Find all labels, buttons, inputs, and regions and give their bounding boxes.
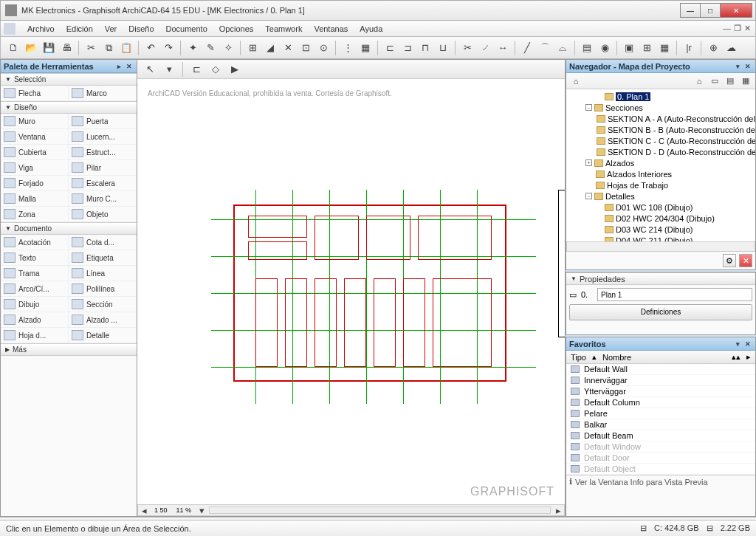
menu-edicion[interactable]: Edición: [61, 24, 99, 33]
line1-icon[interactable]: ╱: [519, 40, 535, 56]
nav-tab4-icon[interactable]: ▦: [739, 75, 752, 88]
tree-item[interactable]: SEKTION C - C (Auto-Reconstrucción del: [568, 135, 754, 146]
view3-icon[interactable]: ▦: [656, 40, 673, 56]
menu-diseno[interactable]: Diseño: [123, 24, 159, 33]
tool-marquee[interactable]: Marco: [69, 86, 137, 101]
favorite-item[interactable]: Default Wall: [566, 364, 755, 375]
tree-item[interactable]: D04 WC 211 (Dibujo): [568, 235, 754, 241]
doc-restore-icon[interactable]: ❐: [734, 24, 741, 33]
tool-section[interactable]: Sección: [69, 297, 137, 312]
ct-arrow-icon[interactable]: ↖: [142, 61, 158, 78]
zoom-level[interactable]: 11 %: [172, 506, 196, 514]
tool-curtain[interactable]: Muro C...: [69, 191, 137, 207]
ct-cursor-icon[interactable]: ▶: [227, 61, 243, 78]
render-icon[interactable]: ◉: [597, 40, 613, 56]
cut-icon[interactable]: ✂: [83, 40, 99, 56]
tool-worksheet[interactable]: Hoja d...: [1, 328, 69, 343]
toolbox-section-documento[interactable]: ▼Documento: [1, 222, 137, 235]
snap1-icon[interactable]: ⊞: [244, 40, 261, 56]
tool-label[interactable]: Etiqueta: [69, 250, 137, 266]
ct-poly-icon[interactable]: ◇: [207, 61, 224, 78]
tree-item[interactable]: SEKTION A - A (Auto-Reconstrucción del: [568, 113, 754, 124]
menu-ventanas[interactable]: Ventanas: [308, 24, 354, 33]
adjust-icon[interactable]: ↔: [495, 40, 511, 56]
view1-icon[interactable]: ▣: [621, 40, 637, 56]
ct-dropdown-icon[interactable]: ▾: [161, 61, 177, 78]
tree-expand-icon[interactable]: -: [585, 193, 592, 199]
scroll-thumb[interactable]: [209, 506, 551, 514]
favorite-item[interactable]: Ytterväggar: [566, 386, 755, 397]
menu-ayuda[interactable]: Ayuda: [354, 24, 388, 33]
tool-detail[interactable]: Detalle: [69, 328, 137, 343]
tool-int-elevation[interactable]: Alzado ...: [69, 312, 137, 328]
nav-settings-icon[interactable]: ⚙: [723, 254, 736, 267]
tool-window[interactable]: Ventana: [1, 129, 69, 145]
copy-icon[interactable]: ⧉: [100, 40, 117, 56]
tool-skylight[interactable]: Lucern...: [69, 129, 137, 145]
close-button[interactable]: ✕: [720, 3, 752, 18]
grid-icon[interactable]: ⋮: [340, 40, 356, 56]
doc-close-icon[interactable]: ✕: [744, 24, 751, 33]
toolbox-close-icon[interactable]: ✕: [126, 63, 134, 70]
menu-archivo[interactable]: Archivo: [21, 24, 61, 33]
toolbox-section-más[interactable]: ▶Más: [1, 343, 137, 356]
tree-expand-icon[interactable]: +: [585, 159, 592, 166]
nav-tab1-icon[interactable]: ⌂: [693, 75, 706, 88]
scroll-left-icon[interactable]: ◂: [138, 505, 150, 515]
tool-polyline[interactable]: Polilínea: [69, 281, 137, 297]
tool-arc[interactable]: Arco/Cí...: [1, 281, 69, 297]
wand-icon[interactable]: ✧: [220, 40, 236, 56]
props-name-input[interactable]: [597, 288, 752, 301]
toolbox-opts-icon[interactable]: ▸: [117, 63, 125, 70]
fav-opts-icon[interactable]: ▾: [736, 340, 743, 348]
favorite-item[interactable]: Default Beam: [566, 430, 755, 441]
snap2-icon[interactable]: ◢: [262, 40, 278, 56]
favorite-item[interactable]: Pelare: [566, 408, 755, 419]
split-icon[interactable]: ⟋: [477, 40, 493, 56]
favorite-item[interactable]: Default Door: [566, 453, 755, 464]
tree-item[interactable]: D03 WC 214 (Dibujo): [568, 224, 754, 235]
save-icon[interactable]: 💾: [41, 40, 57, 56]
nav-close-icon[interactable]: ✕: [745, 63, 752, 70]
view2-icon[interactable]: ⊞: [639, 40, 655, 56]
nav-delete-icon[interactable]: ✕: [739, 254, 752, 267]
nav-opts-icon[interactable]: ▾: [736, 63, 743, 70]
snap5-icon[interactable]: ⊙: [315, 40, 331, 56]
undo-icon[interactable]: ↶: [142, 40, 159, 56]
measure-icon[interactable]: |r: [681, 40, 697, 56]
redo-icon[interactable]: ↷: [160, 40, 176, 56]
nav-tab3-icon[interactable]: ▤: [724, 75, 737, 88]
menu-ver[interactable]: Ver: [99, 24, 123, 33]
favorite-item[interactable]: Default Window: [566, 441, 755, 453]
nav-tab2-icon[interactable]: ▭: [708, 75, 721, 88]
tool-dim[interactable]: Acotación: [1, 235, 69, 250]
fav-col-tipo[interactable]: Tipo: [571, 353, 586, 362]
fav-col-nombre[interactable]: Nombre: [602, 353, 631, 362]
web-icon[interactable]: ⊕: [705, 40, 721, 56]
tool-stair[interactable]: Escalera: [69, 176, 137, 191]
tree-item[interactable]: 0. Plan 1: [568, 91, 754, 102]
navigator-tree[interactable]: 0. Plan 1-SeccionesSEKTION A - A (Auto-R…: [566, 89, 755, 241]
tree-item[interactable]: -Detalles: [568, 190, 754, 202]
tool-roof[interactable]: Cubierta: [1, 145, 69, 160]
new-icon[interactable]: 🗋: [5, 40, 21, 56]
align4-icon[interactable]: ⊔: [435, 40, 451, 56]
maximize-button[interactable]: □: [700, 3, 721, 18]
canvas[interactable]: ArchiCAD Versión Educacional, prohibida …: [137, 79, 565, 504]
pick-icon[interactable]: ✦: [185, 40, 201, 56]
definitions-button[interactable]: Definiciones: [569, 304, 752, 320]
fav-close-icon[interactable]: ✕: [745, 340, 752, 348]
tool-beam[interactable]: Viga: [1, 160, 69, 176]
tree-item[interactable]: D01 WC 108 (Dibujo): [568, 202, 754, 213]
tool-slab[interactable]: Forjado: [1, 176, 69, 191]
align1-icon[interactable]: ⊏: [382, 40, 398, 56]
tool-mesh[interactable]: Malla: [1, 191, 69, 207]
scroll-right-icon[interactable]: ▸: [552, 505, 564, 515]
tree-item[interactable]: SEKTION D - D (Auto-Reconstrucción del: [568, 146, 754, 157]
snap3-icon[interactable]: ✕: [280, 40, 296, 56]
tool-door[interactable]: Puerta: [69, 114, 137, 129]
tool-line[interactable]: Línea: [69, 266, 137, 281]
print-icon[interactable]: 🖶: [58, 40, 75, 56]
tool-wall[interactable]: Muro: [1, 114, 69, 129]
favorite-item[interactable]: Default Column: [566, 397, 755, 408]
